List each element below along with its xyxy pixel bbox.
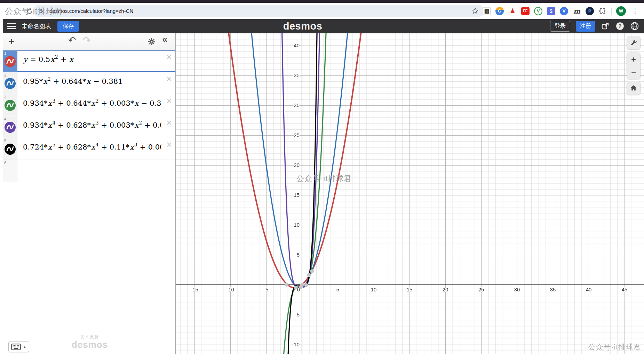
curve-color-icon[interactable] [4,55,16,68]
watermark-browser: 公众号·it排球君 [5,6,63,17]
edit-list-button[interactable] [147,37,156,48]
expression-index: 2 [4,73,6,77]
main-menu-icon[interactable] [7,23,16,29]
question-icon: ? [615,22,625,31]
extension-icons-row: ▦G♟FEV$VmP [483,7,607,15]
powered-by-desmos-logo: desmos [62,340,118,349]
delete-expression-icon[interactable]: × [166,118,172,128]
curve-color-icon[interactable] [4,77,16,90]
expression-index: 6 [4,161,6,165]
bookmark-star-button[interactable] [471,7,479,15]
fe-badge-extension-icon[interactable]: FE [521,7,530,15]
expression-gutter[interactable]: 5 [3,138,17,160]
keyboard-toggle-button[interactable]: ▲ [8,341,29,352]
expression-index: 1 [4,51,6,55]
dollar-extension-icon[interactable]: $ [547,7,555,15]
desmos-calculator-screen: desmos.com/calculator?lang=zh-CN ▦G♟FEV$… [0,0,644,354]
expression-latex[interactable]: 0.95*x2 + 0.644*x − 0.381 [23,77,123,86]
expression-gutter[interactable]: 2 [3,72,17,94]
window-frame-top [0,0,644,3]
expression-row[interactable]: 2 0.95*x2 + 0.644*x − 0.381 × [3,72,175,94]
share-icon [601,22,610,31]
globe-icon [630,22,639,31]
expression-index: 4 [4,117,6,121]
browser-toolbar: desmos.com/calculator?lang=zh-CN ▦G♟FEV$… [3,3,644,19]
zoom-controls: + − [627,53,641,79]
desmos-logo: desmos [281,21,324,32]
keyboard-icon [11,344,21,350]
toolbar-divider [611,8,612,15]
expression-gutter[interactable]: 1 [3,50,17,72]
keyboard-caret-icon: ▲ [23,345,26,349]
red-figure-extension-icon[interactable]: ♟ [508,7,517,15]
desmos-header: 未命名图表 保存 desmos 登录 注册 ? [3,19,644,33]
signup-button[interactable]: 注册 [576,21,595,32]
delete-expression-icon[interactable]: × [166,74,172,84]
home-icon [630,84,637,92]
zoom-out-button[interactable]: − [627,66,640,79]
svg-text:?: ? [618,23,621,29]
browser-menu-kebab-icon[interactable]: ⋮ [630,8,640,14]
collapse-panel-button[interactable]: « [162,34,168,45]
default-viewport-button[interactable] [627,81,641,95]
expression-gutter[interactable]: 6 [3,160,17,182]
curve-color-icon[interactable] [4,99,16,112]
login-button[interactable]: 登录 [550,21,570,32]
delete-expression-icon[interactable]: × [166,53,172,62]
expression-latex[interactable]: 0.934*x4 + 0.628*x3 + 0.003*x2 + 0.002*x… [23,121,161,129]
zoom-in-button[interactable]: + [627,53,640,66]
redo-button[interactable]: ↷ [83,35,91,46]
star-icon [471,7,479,15]
curve-color-icon[interactable] [4,121,16,134]
delete-expression-icon[interactable]: × [166,140,172,150]
expression-toolbar: + ↶ ↷ « [3,33,175,50]
globe-hat-extension-icon[interactable]: G [495,7,504,15]
puzzle-extension-icon[interactable] [598,7,607,15]
graph-paper[interactable]: 公众号·it排球君 公众号·it排球君 + − [176,33,644,354]
expression-panel: + ↶ ↷ « 1 y = 0.5x2 + x × [3,33,176,354]
expression-latex[interactable]: 0.934*x3 + 0.644*x2 + 0.003*x − 0.381 [23,99,161,107]
address-bar[interactable]: desmos.com/calculator?lang=zh-CN [33,5,484,17]
watermark-graph-center: 公众号·it排球君 [296,174,352,184]
expression-gutter[interactable]: 4 [3,116,17,138]
gear-icon [147,37,156,46]
blue-v-extension-icon[interactable]: V [560,7,568,15]
undo-button[interactable]: ↶ [68,35,76,46]
expression-row[interactable]: 3 0.934*x3 + 0.644*x2 + 0.003*x − 0.381 … [3,94,175,116]
expression-index: 5 [4,139,6,143]
expression-gutter[interactable]: 3 [3,94,17,116]
help-button[interactable]: ? [615,22,625,31]
profile-avatar[interactable]: W [616,6,626,16]
green-v-extension-icon[interactable]: V [534,7,542,15]
curve-color-icon[interactable] [4,143,16,155]
browser-right-cluster: ▦G♟FEV$VmP W ⋮ [483,3,640,19]
graph-settings-button[interactable] [627,36,641,50]
p-dark-extension-icon[interactable]: P [586,7,594,15]
save-button[interactable]: 保存 [57,21,79,32]
wrench-icon [630,39,637,47]
expression-row[interactable]: 4 0.934*x4 + 0.628*x3 + 0.003*x2 + 0.002… [3,116,175,138]
watermark-graph-corner: 公众号·it排球君 [588,342,642,352]
graph-title[interactable]: 未命名图表 [22,22,51,30]
expression-latex[interactable]: y = 0.5x2 + x [23,55,74,64]
expression-row[interactable]: 6 × [3,160,175,182]
expression-latex[interactable]: 0.724*x5 + 0.628*x4 + 0.11*x3 + 0.002*x2… [23,143,161,151]
qr-scanner-extension-icon[interactable]: ▦ [483,7,491,15]
graph-canvas[interactable] [176,33,644,354]
expression-row[interactable]: 5 0.724*x5 + 0.628*x4 + 0.11*x3 + 0.002*… [3,138,175,160]
powered-by: 技术支持 desmos [62,334,118,349]
delete-expression-icon[interactable]: × [166,96,172,106]
language-button[interactable] [630,22,639,31]
m-letter-extension-icon[interactable]: m [573,7,581,15]
add-expression-button[interactable]: + [6,35,17,48]
share-button[interactable] [601,22,610,31]
expression-index: 3 [4,95,6,99]
expression-row[interactable]: 1 y = 0.5x2 + x × [3,50,175,72]
